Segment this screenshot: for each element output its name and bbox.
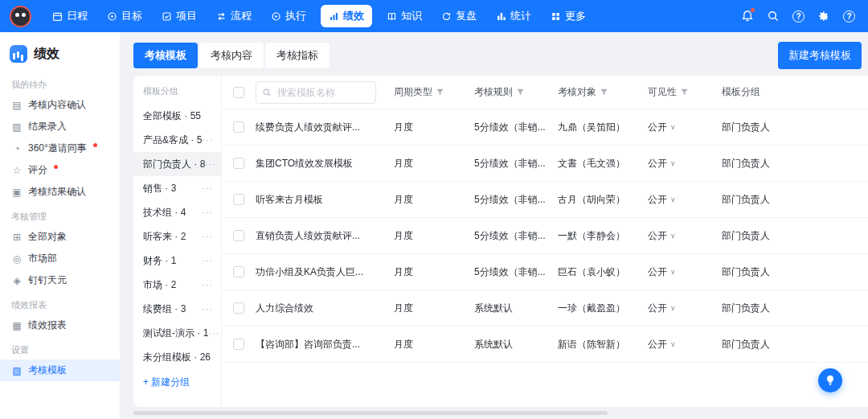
template-name[interactable]: 【咨询部】咨询部负责... xyxy=(256,338,394,351)
visibility-dropdown[interactable]: 公开 ∨ xyxy=(648,121,722,134)
table-row[interactable]: 直销负责人绩效贡献评... 月度 5分绩效（非销... 一默（李静会） 公开 ∨… xyxy=(222,218,868,254)
more-actions-icon[interactable]: ··· xyxy=(202,207,213,217)
visibility-dropdown[interactable]: 公开 ∨ xyxy=(648,265,722,279)
group-item-tech[interactable]: 技术组 · 4 ··· xyxy=(133,200,221,224)
row-checkbox[interactable] xyxy=(233,266,244,277)
more-actions-icon[interactable]: ··· xyxy=(202,135,213,145)
section-label-settings: 设置 xyxy=(0,336,120,359)
template-name[interactable]: 人力综合绩效 xyxy=(256,302,394,315)
more-actions-icon[interactable]: ··· xyxy=(202,256,213,265)
template-name[interactable]: 集团CTO绩效发展模板 xyxy=(256,157,394,170)
sidebar-item-result-entry[interactable]: ▨ 结果录入 xyxy=(0,116,120,138)
table-row[interactable]: 续费负责人绩效贡献评... 月度 5分绩效（非销... 九鼎（吴笛阳） 公开 ∨… xyxy=(222,109,868,146)
groups-title: 模板分组 xyxy=(133,85,221,104)
filter-icon xyxy=(436,88,444,97)
col-header-target[interactable]: 考核对象 xyxy=(558,85,648,99)
nav-item-execution[interactable]: 执行 xyxy=(261,0,316,32)
nav-item-knowledge[interactable]: 知识 xyxy=(377,0,432,32)
template-name[interactable]: 听客来古月模板 xyxy=(256,193,394,207)
table-row[interactable]: 【咨询部】咨询部负责... 月度 系统默认 新语（陈智新） 公开 ∨ 部门负责人 xyxy=(222,327,868,363)
horizontal-scrollbar[interactable] xyxy=(133,411,608,415)
bell-icon[interactable] xyxy=(741,10,754,23)
tab-assessment-template[interactable]: 考核模板 xyxy=(133,43,198,68)
sidebar-item-all-targets[interactable]: ⊞ 全部对象 xyxy=(0,226,120,248)
search-input[interactable] xyxy=(256,81,376,104)
nav-item-projects[interactable]: 项目 xyxy=(152,0,207,32)
visibility-dropdown[interactable]: 公开 ∨ xyxy=(648,229,722,243)
new-group-button[interactable]: + 新建分组 xyxy=(133,369,221,396)
assessment-rule: 系统默认 xyxy=(474,338,558,351)
nav-item-review[interactable]: 复盘 xyxy=(432,0,486,32)
group-item-ungrouped[interactable]: 未分组模板 · 26 xyxy=(133,345,221,369)
group-label: 技术组 · 4 xyxy=(143,206,186,220)
assistant-button[interactable] xyxy=(818,368,842,392)
group-item-sales[interactable]: 销售 · 3 ··· xyxy=(133,176,221,200)
settings-gear-icon[interactable] xyxy=(817,10,830,23)
group-item-market[interactable]: 市场 · 2 ··· xyxy=(133,273,221,297)
nav-item-schedule[interactable]: 日程 xyxy=(43,0,97,32)
sidebar-item-content-confirm[interactable]: ▤ 考核内容确认 xyxy=(0,94,120,116)
more-actions-icon[interactable]: ··· xyxy=(202,304,213,314)
visibility-dropdown[interactable]: 公开 ∨ xyxy=(648,193,722,207)
visibility-label: 公开 xyxy=(648,157,667,170)
nav-item-goals[interactable]: 目标 xyxy=(97,0,152,32)
sidebar-item-dingtalk-tianyuan[interactable]: ◈ 钉钉天元 xyxy=(0,269,120,291)
group-item-tingkelai[interactable]: 听客来 · 2 ··· xyxy=(133,224,221,249)
sidebar-item-result-confirm[interactable]: ▣ 考核结果确认 xyxy=(0,181,120,203)
row-checkbox[interactable] xyxy=(233,158,244,169)
help-icon[interactable]: ? xyxy=(792,10,805,23)
visibility-dropdown[interactable]: 公开 ∨ xyxy=(648,157,722,170)
sidebar-item-label: 结果录入 xyxy=(28,120,67,134)
nav-item-more[interactable]: 更多 xyxy=(541,0,596,32)
template-name[interactable]: 续费负责人绩效贡献评... xyxy=(256,121,394,134)
more-actions-icon[interactable]: ··· xyxy=(202,183,213,193)
table-row[interactable]: 人力综合绩效 月度 系统默认 一珍（戴盈盈） 公开 ∨ 部门负责人 xyxy=(222,290,868,327)
row-checkbox[interactable] xyxy=(233,230,244,241)
col-header-cycle[interactable]: 周期类型 xyxy=(394,85,474,99)
search-icon[interactable] xyxy=(767,10,780,23)
sidebar-item-360-invite[interactable]: ◔ 360°邀请同事 xyxy=(0,138,120,159)
row-checkbox[interactable] xyxy=(233,121,244,133)
new-template-button[interactable]: 新建考核模板 xyxy=(778,42,862,69)
more-actions-icon[interactable]: ··· xyxy=(208,328,219,338)
sidebar-item-assessment-template[interactable]: ▧ 考核模板 xyxy=(0,359,120,381)
group-item-finance[interactable]: 财务 · 1 ··· xyxy=(133,249,221,273)
group-item-test-demo[interactable]: 测试组-演示 · 1 ··· xyxy=(133,321,221,345)
table-row[interactable]: 功倍小组及KA负责人巨... 月度 5分绩效（非销... 巨石（袁小蚁） 公开 … xyxy=(222,254,868,290)
sidebar: 绩效 我的待办 ▤ 考核内容确认 ▨ 结果录入 ◔ 360°邀请同事 ☆ 评分 … xyxy=(0,32,121,419)
assessment-target: 古月（胡向荣） xyxy=(558,193,648,207)
question-icon[interactable]: ? xyxy=(843,10,855,23)
group-item-renewal[interactable]: 续费组 · 3 ··· xyxy=(133,297,221,321)
group-item-dept-lead[interactable]: 部门负责人 · 8 ··· xyxy=(133,152,221,176)
more-actions-icon[interactable]: ··· xyxy=(202,280,213,290)
sidebar-item-performance-report[interactable]: ▦ 绩效报表 xyxy=(0,314,120,336)
more-actions-icon[interactable]: ··· xyxy=(205,159,216,169)
row-checkbox[interactable] xyxy=(233,339,244,350)
app-logo[interactable] xyxy=(10,6,31,27)
nav-item-workflow[interactable]: 流程 xyxy=(207,0,261,32)
nav-item-performance[interactable]: 绩效 xyxy=(321,5,372,27)
row-checkbox[interactable] xyxy=(233,194,244,205)
group-item-all[interactable]: 全部模板 · 55 xyxy=(133,104,221,128)
tab-assessment-content[interactable]: 考核内容 xyxy=(199,43,264,68)
template-name[interactable]: 功倍小组及KA负责人巨... xyxy=(256,265,394,279)
table-row[interactable]: 听客来古月模板 月度 5分绩效（非销... 古月（胡向荣） 公开 ∨ 部门负责人 xyxy=(222,182,868,218)
visibility-label: 公开 xyxy=(648,193,667,207)
template-group: 部门负责人 xyxy=(722,121,868,134)
template-name[interactable]: 直销负责人绩效贡献评... xyxy=(256,229,394,243)
select-all-checkbox[interactable] xyxy=(233,87,244,98)
assessment-target: 文書（毛文强） xyxy=(558,157,648,170)
visibility-dropdown[interactable]: 公开 ∨ xyxy=(648,302,722,315)
sidebar-item-marketing-dept[interactable]: ◎ 市场部 xyxy=(0,248,120,269)
assessment-rule: 5分绩效（非销... xyxy=(474,229,558,243)
sidebar-item-rating[interactable]: ☆ 评分 xyxy=(0,159,120,181)
nav-item-stats[interactable]: 统计 xyxy=(486,0,541,32)
table-row[interactable]: 集团CTO绩效发展模板 月度 5分绩效（非销... 文書（毛文强） 公开 ∨ 部… xyxy=(222,146,868,182)
col-header-visibility[interactable]: 可见性 xyxy=(648,85,722,99)
group-item-product[interactable]: 产品&客成 · 5 ··· xyxy=(133,128,221,152)
visibility-dropdown[interactable]: 公开 ∨ xyxy=(648,338,722,351)
tab-assessment-indicator[interactable]: 考核指标 xyxy=(265,43,330,68)
row-checkbox[interactable] xyxy=(233,302,244,314)
col-header-rule[interactable]: 考核规则 xyxy=(474,85,558,99)
more-actions-icon[interactable]: ··· xyxy=(202,232,213,241)
